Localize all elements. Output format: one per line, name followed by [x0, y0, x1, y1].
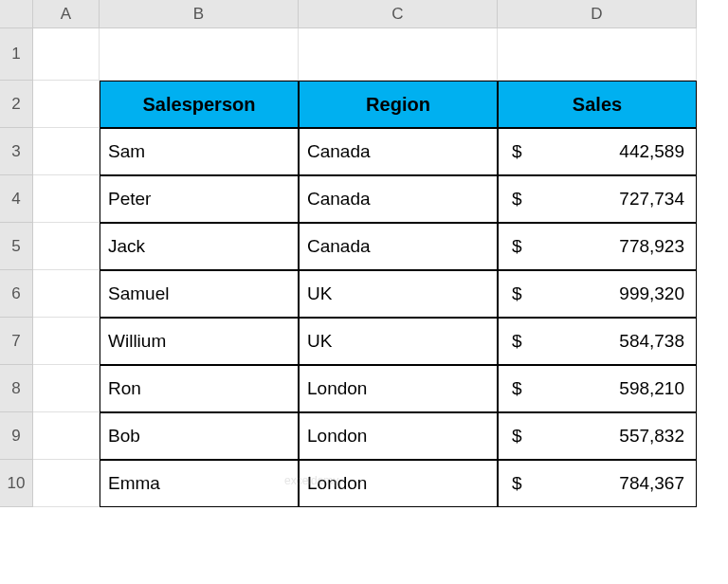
cell-sales[interactable]: $ 727,734: [498, 175, 697, 223]
cell-a6[interactable]: [33, 270, 100, 318]
row-header-1[interactable]: 1: [0, 28, 33, 81]
cell-a8[interactable]: [33, 365, 100, 412]
col-header-b[interactable]: B: [100, 0, 299, 28]
cell-region[interactable]: Canada: [299, 223, 498, 270]
currency-symbol: $: [506, 331, 522, 352]
row-header-5[interactable]: 5: [0, 223, 33, 270]
cell-a2[interactable]: [33, 81, 100, 128]
sales-value: 727,734: [619, 189, 684, 210]
cell-salesperson[interactable]: Bob: [100, 412, 299, 460]
cell-salesperson[interactable]: Ron: [100, 365, 299, 412]
row-header-2[interactable]: 2: [0, 81, 33, 128]
select-all-corner[interactable]: [0, 0, 33, 28]
cell-salesperson[interactable]: Samuel: [100, 270, 299, 318]
row-header-10[interactable]: 10: [0, 460, 33, 507]
col-header-c[interactable]: C: [299, 0, 498, 28]
row-header-7[interactable]: 7: [0, 318, 33, 365]
currency-symbol: $: [506, 473, 522, 494]
cell-sales[interactable]: $ 442,589: [498, 128, 697, 175]
cell-a4[interactable]: [33, 175, 100, 223]
cell-a1[interactable]: [33, 28, 100, 81]
sales-value: 557,832: [619, 426, 684, 447]
sales-value: 999,320: [619, 283, 684, 304]
sales-value: 784,367: [619, 473, 684, 494]
header-sales[interactable]: Sales: [498, 81, 697, 128]
currency-symbol: $: [506, 283, 522, 304]
cell-a9[interactable]: [33, 412, 100, 460]
cell-region[interactable]: London: [299, 460, 498, 507]
currency-symbol: $: [506, 236, 522, 257]
cell-region[interactable]: Canada: [299, 175, 498, 223]
cell-salesperson[interactable]: Emma: [100, 460, 299, 507]
header-region[interactable]: Region: [299, 81, 498, 128]
cell-sales[interactable]: $ 584,738: [498, 318, 697, 365]
currency-symbol: $: [506, 189, 522, 210]
sales-value: 778,923: [619, 236, 684, 257]
sales-value: 598,210: [619, 378, 684, 399]
cell-salesperson[interactable]: Peter: [100, 175, 299, 223]
currency-symbol: $: [506, 426, 522, 447]
cell-d1[interactable]: [498, 28, 697, 81]
cell-sales[interactable]: $ 598,210: [498, 365, 697, 412]
cell-a10[interactable]: [33, 460, 100, 507]
cell-salesperson[interactable]: Sam: [100, 128, 299, 175]
cell-region[interactable]: London: [299, 412, 498, 460]
cell-salesperson[interactable]: Jack: [100, 223, 299, 270]
cell-region[interactable]: London: [299, 365, 498, 412]
sales-value: 584,738: [619, 331, 684, 352]
cell-region[interactable]: UK: [299, 318, 498, 365]
row-header-6[interactable]: 6: [0, 270, 33, 318]
cell-c1[interactable]: [299, 28, 498, 81]
spreadsheet-grid[interactable]: A B C D 1 2 Salesperson Region Sales 3 S…: [0, 0, 728, 507]
row-header-8[interactable]: 8: [0, 365, 33, 412]
row-header-9[interactable]: 9: [0, 412, 33, 460]
cell-sales[interactable]: $ 557,832: [498, 412, 697, 460]
cell-sales[interactable]: $ 778,923: [498, 223, 697, 270]
sales-value: 442,589: [619, 141, 684, 162]
cell-region[interactable]: UK: [299, 270, 498, 318]
cell-sales[interactable]: $ 784,367: [498, 460, 697, 507]
header-salesperson[interactable]: Salesperson: [100, 81, 299, 128]
currency-symbol: $: [506, 378, 522, 399]
cell-b1[interactable]: [100, 28, 299, 81]
cell-a5[interactable]: [33, 223, 100, 270]
currency-symbol: $: [506, 141, 522, 162]
cell-region[interactable]: Canada: [299, 128, 498, 175]
cell-sales[interactable]: $ 999,320: [498, 270, 697, 318]
row-header-4[interactable]: 4: [0, 175, 33, 223]
cell-a7[interactable]: [33, 318, 100, 365]
col-header-a[interactable]: A: [33, 0, 100, 28]
cell-salesperson[interactable]: Willium: [100, 318, 299, 365]
row-header-3[interactable]: 3: [0, 128, 33, 175]
cell-a3[interactable]: [33, 128, 100, 175]
col-header-d[interactable]: D: [498, 0, 697, 28]
